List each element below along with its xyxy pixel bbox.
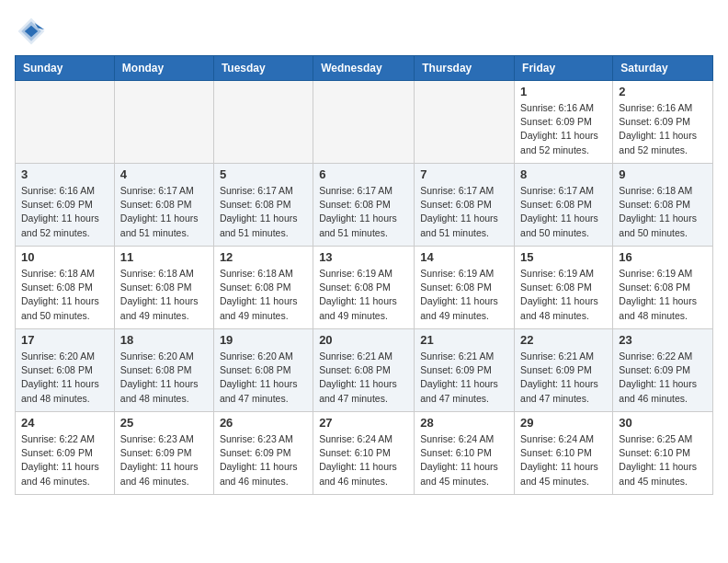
day-number: 26 [220, 416, 307, 430]
day-number: 6 [319, 167, 408, 181]
calendar-cell: 23Sunrise: 6:22 AM Sunset: 6:09 PM Dayli… [613, 329, 713, 412]
calendar-cell: 15Sunrise: 6:19 AM Sunset: 6:08 PM Dayli… [515, 247, 613, 329]
day-info: Sunrise: 6:19 AM Sunset: 6:08 PM Dayligh… [319, 267, 408, 323]
calendar-cell: 21Sunrise: 6:21 AM Sunset: 6:09 PM Dayli… [415, 329, 515, 412]
calendar-cell: 29Sunrise: 6:24 AM Sunset: 6:10 PM Dayli… [515, 412, 613, 495]
day-number: 29 [520, 416, 607, 430]
calendar-week-row: 10Sunrise: 6:18 AM Sunset: 6:08 PM Dayli… [16, 247, 713, 329]
calendar-cell: 7Sunrise: 6:17 AM Sunset: 6:08 PM Daylig… [415, 164, 515, 247]
calendar-cell: 26Sunrise: 6:23 AM Sunset: 6:09 PM Dayli… [213, 412, 313, 495]
weekday-header: Wednesday [313, 56, 415, 81]
day-number: 19 [220, 333, 307, 347]
day-info: Sunrise: 6:16 AM Sunset: 6:09 PM Dayligh… [619, 101, 707, 157]
weekday-header: Tuesday [213, 56, 313, 81]
day-number: 15 [520, 250, 607, 264]
calendar-cell: 8Sunrise: 6:17 AM Sunset: 6:08 PM Daylig… [515, 164, 613, 247]
day-number: 2 [619, 85, 707, 98]
day-info: Sunrise: 6:20 AM Sunset: 6:08 PM Dayligh… [120, 350, 208, 406]
day-number: 12 [220, 250, 307, 264]
calendar-cell: 22Sunrise: 6:21 AM Sunset: 6:09 PM Dayli… [515, 329, 613, 412]
calendar-week-row: 3Sunrise: 6:16 AM Sunset: 6:09 PM Daylig… [16, 164, 713, 247]
calendar-cell: 24Sunrise: 6:22 AM Sunset: 6:09 PM Dayli… [16, 412, 115, 495]
weekday-header: Thursday [415, 56, 515, 81]
day-number: 7 [420, 167, 508, 181]
day-number: 23 [619, 333, 707, 347]
weekday-header: Friday [515, 56, 613, 81]
day-info: Sunrise: 6:19 AM Sunset: 6:08 PM Dayligh… [520, 267, 607, 323]
calendar-cell [114, 81, 213, 164]
weekday-header: Monday [114, 56, 213, 81]
calendar-cell: 28Sunrise: 6:24 AM Sunset: 6:10 PM Dayli… [415, 412, 515, 495]
weekday-header-row: SundayMondayTuesdayWednesdayThursdayFrid… [16, 56, 713, 81]
day-info: Sunrise: 6:24 AM Sunset: 6:10 PM Dayligh… [420, 432, 508, 488]
calendar-cell: 18Sunrise: 6:20 AM Sunset: 6:08 PM Dayli… [114, 329, 213, 412]
calendar-cell: 27Sunrise: 6:24 AM Sunset: 6:10 PM Dayli… [313, 412, 415, 495]
day-number: 18 [120, 333, 208, 347]
calendar-cell: 1Sunrise: 6:16 AM Sunset: 6:09 PM Daylig… [515, 81, 613, 164]
day-info: Sunrise: 6:16 AM Sunset: 6:09 PM Dayligh… [21, 184, 108, 240]
calendar-cell: 10Sunrise: 6:18 AM Sunset: 6:08 PM Dayli… [16, 247, 115, 329]
day-info: Sunrise: 6:20 AM Sunset: 6:08 PM Dayligh… [220, 350, 307, 406]
day-number: 17 [21, 333, 108, 347]
day-info: Sunrise: 6:18 AM Sunset: 6:08 PM Dayligh… [120, 267, 208, 323]
calendar-cell: 25Sunrise: 6:23 AM Sunset: 6:09 PM Dayli… [114, 412, 213, 495]
calendar-week-row: 24Sunrise: 6:22 AM Sunset: 6:09 PM Dayli… [16, 412, 713, 495]
logo-icon [15, 15, 48, 48]
weekday-header: Saturday [613, 56, 713, 81]
day-number: 3 [21, 167, 108, 181]
day-number: 20 [319, 333, 408, 347]
calendar-cell [16, 81, 115, 164]
day-number: 13 [319, 250, 408, 264]
calendar-cell: 12Sunrise: 6:18 AM Sunset: 6:08 PM Dayli… [213, 247, 313, 329]
calendar-cell: 5Sunrise: 6:17 AM Sunset: 6:08 PM Daylig… [213, 164, 313, 247]
day-number: 4 [120, 167, 208, 181]
day-info: Sunrise: 6:22 AM Sunset: 6:09 PM Dayligh… [619, 350, 707, 406]
day-info: Sunrise: 6:17 AM Sunset: 6:08 PM Dayligh… [120, 184, 208, 240]
day-info: Sunrise: 6:22 AM Sunset: 6:09 PM Dayligh… [21, 432, 108, 488]
calendar: SundayMondayTuesdayWednesdayThursdayFrid… [15, 55, 713, 495]
day-info: Sunrise: 6:18 AM Sunset: 6:08 PM Dayligh… [220, 267, 307, 323]
calendar-week-row: 1Sunrise: 6:16 AM Sunset: 6:09 PM Daylig… [16, 81, 713, 164]
day-info: Sunrise: 6:17 AM Sunset: 6:08 PM Dayligh… [220, 184, 307, 240]
day-info: Sunrise: 6:24 AM Sunset: 6:10 PM Dayligh… [520, 432, 607, 488]
calendar-cell: 17Sunrise: 6:20 AM Sunset: 6:08 PM Dayli… [16, 329, 115, 412]
calendar-cell: 13Sunrise: 6:19 AM Sunset: 6:08 PM Dayli… [313, 247, 415, 329]
day-number: 1 [520, 85, 607, 98]
calendar-cell: 14Sunrise: 6:19 AM Sunset: 6:08 PM Dayli… [415, 247, 515, 329]
day-info: Sunrise: 6:21 AM Sunset: 6:09 PM Dayligh… [420, 350, 508, 406]
day-info: Sunrise: 6:23 AM Sunset: 6:09 PM Dayligh… [220, 432, 307, 488]
day-number: 21 [420, 333, 508, 347]
calendar-cell: 3Sunrise: 6:16 AM Sunset: 6:09 PM Daylig… [16, 164, 115, 247]
page-header [15, 15, 713, 48]
day-number: 8 [520, 167, 607, 181]
day-number: 25 [120, 416, 208, 430]
calendar-cell: 19Sunrise: 6:20 AM Sunset: 6:08 PM Dayli… [213, 329, 313, 412]
day-number: 27 [319, 416, 408, 430]
calendar-week-row: 17Sunrise: 6:20 AM Sunset: 6:08 PM Dayli… [16, 329, 713, 412]
day-number: 28 [420, 416, 508, 430]
day-info: Sunrise: 6:17 AM Sunset: 6:08 PM Dayligh… [520, 184, 607, 240]
calendar-cell: 20Sunrise: 6:21 AM Sunset: 6:08 PM Dayli… [313, 329, 415, 412]
day-info: Sunrise: 6:17 AM Sunset: 6:08 PM Dayligh… [319, 184, 408, 240]
day-number: 24 [21, 416, 108, 430]
day-info: Sunrise: 6:23 AM Sunset: 6:09 PM Dayligh… [120, 432, 208, 488]
day-number: 11 [120, 250, 208, 264]
calendar-cell: 30Sunrise: 6:25 AM Sunset: 6:10 PM Dayli… [613, 412, 713, 495]
day-number: 16 [619, 250, 707, 264]
calendar-cell: 6Sunrise: 6:17 AM Sunset: 6:08 PM Daylig… [313, 164, 415, 247]
calendar-cell: 4Sunrise: 6:17 AM Sunset: 6:08 PM Daylig… [114, 164, 213, 247]
calendar-cell [313, 81, 415, 164]
logo [15, 15, 51, 48]
day-info: Sunrise: 6:21 AM Sunset: 6:09 PM Dayligh… [520, 350, 607, 406]
calendar-cell: 11Sunrise: 6:18 AM Sunset: 6:08 PM Dayli… [114, 247, 213, 329]
day-info: Sunrise: 6:19 AM Sunset: 6:08 PM Dayligh… [420, 267, 508, 323]
weekday-header: Sunday [16, 56, 115, 81]
day-info: Sunrise: 6:16 AM Sunset: 6:09 PM Dayligh… [520, 101, 607, 157]
calendar-cell: 2Sunrise: 6:16 AM Sunset: 6:09 PM Daylig… [613, 81, 713, 164]
calendar-cell [213, 81, 313, 164]
day-info: Sunrise: 6:20 AM Sunset: 6:08 PM Dayligh… [21, 350, 108, 406]
day-info: Sunrise: 6:17 AM Sunset: 6:08 PM Dayligh… [420, 184, 508, 240]
day-number: 14 [420, 250, 508, 264]
day-info: Sunrise: 6:21 AM Sunset: 6:08 PM Dayligh… [319, 350, 408, 406]
day-info: Sunrise: 6:18 AM Sunset: 6:08 PM Dayligh… [619, 184, 707, 240]
